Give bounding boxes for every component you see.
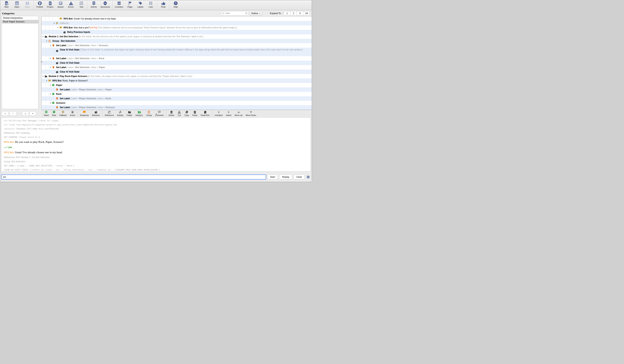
expand-to-3-button[interactable]: 3 (297, 11, 303, 15)
category-item-global-interjections[interactable]: Global Interjections (2, 16, 38, 20)
tree-row[interactable]: ▼?!(fallback) (42, 21, 312, 25)
tree-row[interactable]: Set Label: Label = Player Selection, Val… (42, 105, 312, 110)
edit-toolbar-item-delete[interactable]: Delete (167, 110, 176, 117)
replay-button[interactable]: Replay (279, 175, 292, 179)
tree-row[interactable]: ▼RPS Bot: Rock, Paper or Scissors? (42, 78, 312, 83)
expander-triangle-icon[interactable]: ▼ (49, 93, 52, 95)
edit-toolbar-item-group[interactable]: Group (145, 110, 153, 117)
expander-triangle-icon[interactable]: ▼ (42, 36, 44, 37)
toolbar-item-new[interactable]: New (1, 0, 12, 10)
tree-row[interactable]: Clear AI Visit State (42, 61, 312, 65)
edit-toolbar-item-rule[interactable]: ?Rule (50, 110, 58, 117)
tree-row[interactable]: Retry Previous Inputs (42, 30, 312, 34)
clear-filter-icon[interactable] (245, 12, 247, 14)
expander-triangle-icon[interactable]: ▼ (42, 75, 44, 77)
refine-button[interactable]: Refine ▼ (250, 11, 262, 16)
expand-to-2-button[interactable]: 2 (290, 11, 297, 15)
edit-toolbar-item-activity[interactable]: Activity (115, 110, 125, 117)
tree-row[interactable]: Clear AI Visit State ["Clear AI Visit St… (42, 48, 312, 56)
edit-toolbar-item-unindent[interactable]: Unindent (213, 110, 224, 117)
toolbar-item-project[interactable]: Project (45, 0, 55, 10)
edit-toolbar-item-move-up[interactable]: Move Up (233, 110, 244, 117)
toolbar-item-flags[interactable]: Flags (125, 0, 135, 10)
tree-row[interactable]: Set Label: Label = Player Selection, Val… (42, 96, 312, 101)
tree-row[interactable]: ▼Set Label: Label = Bot Selection, Value… (42, 65, 312, 70)
tree-row[interactable]: ▼?Paper (42, 83, 312, 87)
toolbar-separator (33, 1, 34, 9)
toolbar-item-assets[interactable]: Assets (55, 0, 66, 10)
edit-toolbar-item-paste[interactable]: Paste (191, 110, 199, 117)
edit-toolbar-item-event[interactable]: Event (68, 110, 77, 117)
edit-toolbar-item-comment[interactable]: Comment (154, 110, 165, 117)
tree-row[interactable]: Clear AI Visit State (42, 70, 312, 74)
expander-triangle-icon[interactable]: ▼ (49, 57, 52, 59)
edit-toolbar-item-behavior[interactable]: Behavior (90, 110, 101, 117)
tree-row[interactable]: ▼?Rock (42, 92, 312, 96)
tree-row[interactable]: RPS Bot: Great! I've already chosen one … (42, 17, 312, 21)
category-item-rock-paper-scissors[interactable]: Rock Paper Scissors (2, 20, 38, 24)
filter-input[interactable] (225, 12, 245, 15)
filter-searchbox[interactable] (221, 11, 249, 15)
expand-to-1-button[interactable]: 1 (284, 11, 290, 15)
settings-gear-icon[interactable] (306, 175, 310, 179)
toolbar-item-final[interactable]: Final (158, 0, 168, 10)
tree-row[interactable]: ▼Group - Bot Selection (42, 39, 312, 43)
expander-triangle-icon[interactable]: ▼ (49, 102, 52, 104)
expander-triangle-icon[interactable]: ▼ (49, 45, 52, 46)
nav-back-button[interactable] (42, 11, 46, 15)
splitter-handle[interactable] (156, 114, 157, 115)
tree-row[interactable]: ▼Module 1: Get Bot Selection [In this fo… (42, 34, 312, 39)
tree-row-text: RPS Bot: Great! I've already chosen one … (63, 17, 116, 20)
console-line: RPS Bot: Great! I've already chosen one … (4, 151, 308, 154)
toolbar-item-labels[interactable]: Labels (135, 0, 146, 10)
console-line: Reference: Ref: Greeting (4, 132, 308, 134)
edit-toolbar-item-folder[interactable]: Folder (125, 110, 134, 117)
toolbar-item-intents[interactable]: Intents (89, 0, 99, 10)
expand-to-all-button[interactable]: All (303, 11, 310, 15)
edit-toolbar-item-interject[interactable]: Interject. (134, 110, 145, 117)
edit-toolbar-item-fallback[interactable]: ?!Fallback (58, 110, 68, 117)
edit-toolbar-item-move-down[interactable]: Move Down (244, 110, 258, 117)
edit-toolbar-item-paste-ref[interactable]: Paste Ref. (199, 110, 211, 117)
edit-toolbar-item-reference[interactable]: Reference (103, 110, 115, 117)
clear-button[interactable]: Clear (293, 175, 305, 179)
console-line: Reference: Ref: Module 1: Get Bot Select… (4, 156, 308, 159)
edit-toolbar-item-response[interactable]: Response (78, 110, 90, 117)
edit-toolbar-item-cut[interactable]: Cut (176, 110, 183, 117)
tree-row[interactable]: ▼Set Label: Label = Bot Selection, Value… (42, 56, 312, 61)
expander-triangle-icon[interactable]: ▼ (49, 84, 52, 86)
nav-forward-button[interactable] (46, 11, 50, 15)
start-button[interactable]: Start (267, 175, 278, 179)
expander-triangle-icon[interactable]: ▼ (53, 22, 55, 24)
splitter-handle[interactable] (41, 61, 42, 62)
move-category-up-button[interactable]: ▲ (22, 111, 29, 116)
edit-toolbar-item-copy[interactable]: Copy (183, 110, 191, 117)
tree-row[interactable]: ▼RPS Bot: Was that a yes? [Hi Pri] [This… (42, 25, 312, 30)
toolbar-item-publish[interactable]: Publish (34, 0, 45, 10)
edit-toolbar-item-intent[interactable]: Intent (42, 110, 50, 117)
toolbar-item-counters[interactable]: 12Counters (113, 0, 125, 10)
toolbar-item-help[interactable]: ?Help (170, 0, 181, 10)
expander-triangle-icon[interactable]: ▼ (49, 66, 52, 68)
save-icon (25, 1, 30, 5)
expander-triangle-icon[interactable]: ▼ (45, 40, 48, 42)
expander-triangle-icon[interactable]: ▼ (56, 27, 59, 28)
tree-row[interactable]: ▼Module 2: Play Rock-Paper-Scissors [In … (42, 74, 312, 78)
remove-category-button[interactable]: − (9, 111, 17, 116)
toolbar-item-errors[interactable]: Errors (66, 0, 76, 10)
toolbar-item-lists[interactable]: Lists (146, 0, 156, 10)
toolbar-item-test[interactable]: Test (76, 0, 86, 10)
toolbar-item-open[interactable]: Open (12, 0, 22, 10)
tree-row[interactable]: Set Label: Label = Player Selection, Val… (42, 87, 312, 92)
add-category-button[interactable]: + (2, 111, 9, 116)
expander-triangle-icon[interactable]: ▼ (45, 80, 48, 82)
comment-icon (158, 110, 161, 114)
edit-toolbar-item-indent[interactable]: Indent (224, 110, 233, 117)
paste-icon (193, 110, 197, 114)
tree-row-text: Rock (56, 93, 61, 95)
tree-row[interactable]: ▼?Scissors (42, 101, 312, 105)
chat-input[interactable] (2, 175, 266, 179)
move-category-down-button[interactable]: ▼ (29, 111, 36, 116)
toolbar-item-synonyms[interactable]: Synonyms (99, 0, 111, 10)
tree-row[interactable]: ▼Set Label: Label = Bot Selection, Value… (42, 43, 312, 48)
